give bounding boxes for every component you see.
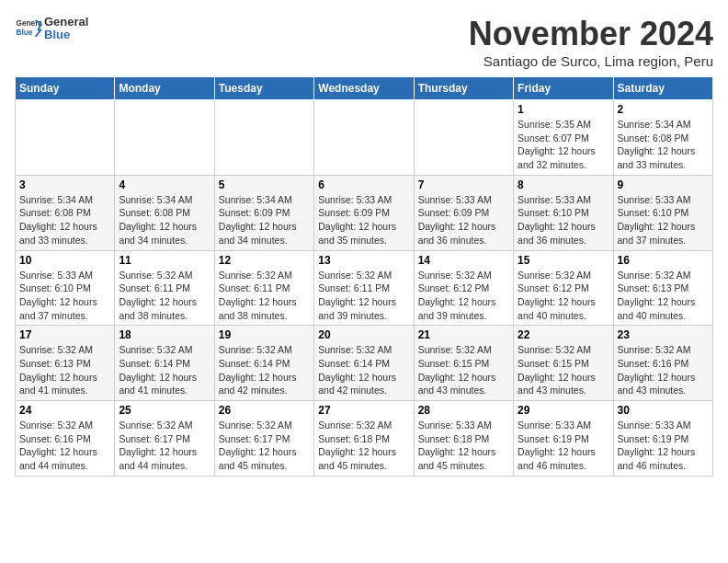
calendar-day-cell: 18Sunrise: 5:32 AM Sunset: 6:14 PM Dayli…	[115, 326, 214, 401]
calendar-day-cell: 29Sunrise: 5:33 AM Sunset: 6:19 PM Dayli…	[514, 401, 613, 477]
day-number: 22	[518, 328, 609, 341]
calendar-day-cell: 5Sunrise: 5:34 AM Sunset: 6:09 PM Daylig…	[214, 175, 313, 250]
calendar-day-cell: 1Sunrise: 5:35 AM Sunset: 6:07 PM Daylig…	[514, 100, 613, 176]
day-number: 10	[19, 254, 110, 267]
logo-blue: Blue	[44, 28, 70, 41]
day-number: 19	[219, 328, 310, 341]
calendar-day-cell: 24Sunrise: 5:32 AM Sunset: 6:16 PM Dayli…	[16, 401, 115, 477]
day-info: Sunrise: 5:34 AM Sunset: 6:08 PM Dayligh…	[119, 193, 210, 247]
day-number: 11	[119, 254, 210, 267]
day-info: Sunrise: 5:33 AM Sunset: 6:19 PM Dayligh…	[518, 419, 609, 473]
day-info: Sunrise: 5:32 AM Sunset: 6:14 PM Dayligh…	[119, 343, 210, 397]
title-block: November 2024 Santiago de Surco, Lima re…	[469, 15, 713, 69]
day-info: Sunrise: 5:32 AM Sunset: 6:11 PM Dayligh…	[219, 269, 310, 323]
day-info: Sunrise: 5:32 AM Sunset: 6:16 PM Dayligh…	[618, 343, 709, 397]
day-number: 30	[618, 404, 709, 417]
page-header: General Blue General Blue November 2024 …	[15, 15, 713, 69]
day-info: Sunrise: 5:33 AM Sunset: 6:10 PM Dayligh…	[518, 193, 609, 247]
day-info: Sunrise: 5:32 AM Sunset: 6:15 PM Dayligh…	[518, 343, 609, 397]
calendar-week-row: 17Sunrise: 5:32 AM Sunset: 6:13 PM Dayli…	[16, 326, 713, 401]
day-number: 8	[518, 178, 609, 191]
logo-general: General	[44, 15, 88, 29]
day-info: Sunrise: 5:32 AM Sunset: 6:17 PM Dayligh…	[219, 419, 310, 473]
calendar-day-cell: 23Sunrise: 5:32 AM Sunset: 6:16 PM Dayli…	[613, 326, 712, 401]
day-info: Sunrise: 5:32 AM Sunset: 6:11 PM Dayligh…	[119, 269, 210, 323]
day-info: Sunrise: 5:34 AM Sunset: 6:09 PM Dayligh…	[219, 193, 310, 247]
day-number: 26	[219, 404, 310, 417]
day-info: Sunrise: 5:33 AM Sunset: 6:18 PM Dayligh…	[418, 419, 509, 473]
calendar-day-cell: 26Sunrise: 5:32 AM Sunset: 6:17 PM Dayli…	[214, 401, 313, 477]
day-info: Sunrise: 5:32 AM Sunset: 6:13 PM Dayligh…	[19, 343, 110, 397]
calendar-week-row: 10Sunrise: 5:33 AM Sunset: 6:10 PM Dayli…	[16, 250, 713, 326]
day-info: Sunrise: 5:32 AM Sunset: 6:15 PM Dayligh…	[418, 343, 509, 397]
calendar-header-friday: Friday	[514, 77, 613, 100]
day-number: 25	[119, 404, 210, 417]
svg-text:Blue: Blue	[17, 29, 33, 37]
day-number: 18	[119, 328, 210, 341]
day-info: Sunrise: 5:33 AM Sunset: 6:19 PM Dayligh…	[618, 419, 709, 473]
calendar-day-cell: 6Sunrise: 5:33 AM Sunset: 6:09 PM Daylig…	[314, 175, 414, 250]
calendar-header-tuesday: Tuesday	[214, 77, 313, 100]
calendar-header-sunday: Sunday	[16, 77, 115, 100]
day-number: 23	[618, 328, 709, 341]
calendar-day-cell: 17Sunrise: 5:32 AM Sunset: 6:13 PM Dayli…	[16, 326, 115, 401]
calendar-day-cell: 20Sunrise: 5:32 AM Sunset: 6:14 PM Dayli…	[314, 326, 414, 401]
day-number: 29	[518, 404, 609, 417]
month-title: November 2024	[469, 15, 713, 53]
day-number: 16	[618, 254, 709, 267]
calendar-day-cell	[414, 100, 513, 176]
calendar-week-row: 3Sunrise: 5:34 AM Sunset: 6:08 PM Daylig…	[16, 175, 713, 250]
calendar-day-cell: 16Sunrise: 5:32 AM Sunset: 6:13 PM Dayli…	[613, 250, 712, 326]
calendar-week-row: 1Sunrise: 5:35 AM Sunset: 6:07 PM Daylig…	[16, 100, 713, 176]
day-info: Sunrise: 5:33 AM Sunset: 6:10 PM Dayligh…	[618, 193, 709, 247]
day-info: Sunrise: 5:33 AM Sunset: 6:09 PM Dayligh…	[418, 193, 509, 247]
day-number: 5	[219, 178, 310, 191]
calendar-day-cell: 12Sunrise: 5:32 AM Sunset: 6:11 PM Dayli…	[214, 250, 313, 326]
calendar-day-cell: 19Sunrise: 5:32 AM Sunset: 6:14 PM Dayli…	[214, 326, 313, 401]
day-number: 28	[418, 404, 509, 417]
calendar-day-cell: 10Sunrise: 5:33 AM Sunset: 6:10 PM Dayli…	[16, 250, 115, 326]
day-number: 27	[318, 404, 409, 417]
day-info: Sunrise: 5:34 AM Sunset: 6:08 PM Dayligh…	[618, 118, 709, 172]
calendar-header-thursday: Thursday	[414, 77, 513, 100]
calendar-day-cell: 4Sunrise: 5:34 AM Sunset: 6:08 PM Daylig…	[115, 175, 214, 250]
calendar-day-cell: 13Sunrise: 5:32 AM Sunset: 6:11 PM Dayli…	[314, 250, 414, 326]
calendar-day-cell	[214, 100, 313, 176]
calendar-day-cell	[115, 100, 214, 176]
subtitle: Santiago de Surco, Lima region, Peru	[469, 53, 713, 69]
calendar-day-cell: 14Sunrise: 5:32 AM Sunset: 6:12 PM Dayli…	[414, 250, 513, 326]
day-number: 13	[318, 254, 409, 267]
day-info: Sunrise: 5:32 AM Sunset: 6:17 PM Dayligh…	[119, 419, 210, 473]
calendar-day-cell: 27Sunrise: 5:32 AM Sunset: 6:18 PM Dayli…	[314, 401, 414, 477]
calendar-day-cell: 7Sunrise: 5:33 AM Sunset: 6:09 PM Daylig…	[414, 175, 513, 250]
day-number: 15	[518, 254, 609, 267]
day-number: 6	[318, 178, 409, 191]
calendar-day-cell	[16, 100, 115, 176]
calendar-day-cell	[314, 100, 414, 176]
day-number: 3	[19, 178, 110, 191]
day-info: Sunrise: 5:32 AM Sunset: 6:18 PM Dayligh…	[318, 419, 409, 473]
calendar-day-cell: 8Sunrise: 5:33 AM Sunset: 6:10 PM Daylig…	[514, 175, 613, 250]
day-number: 24	[19, 404, 110, 417]
day-info: Sunrise: 5:32 AM Sunset: 6:12 PM Dayligh…	[418, 269, 509, 323]
day-number: 4	[119, 178, 210, 191]
calendar-day-cell: 2Sunrise: 5:34 AM Sunset: 6:08 PM Daylig…	[613, 100, 712, 176]
calendar-header-monday: Monday	[115, 77, 214, 100]
day-info: Sunrise: 5:32 AM Sunset: 6:14 PM Dayligh…	[318, 343, 409, 397]
calendar-day-cell: 21Sunrise: 5:32 AM Sunset: 6:15 PM Dayli…	[414, 326, 513, 401]
day-info: Sunrise: 5:33 AM Sunset: 6:09 PM Dayligh…	[318, 193, 409, 247]
calendar-table: SundayMondayTuesdayWednesdayThursdayFrid…	[15, 76, 713, 477]
calendar-day-cell: 9Sunrise: 5:33 AM Sunset: 6:10 PM Daylig…	[613, 175, 712, 250]
day-number: 7	[418, 178, 509, 191]
day-info: Sunrise: 5:32 AM Sunset: 6:11 PM Dayligh…	[318, 269, 409, 323]
day-number: 2	[618, 103, 709, 116]
day-number: 17	[19, 328, 110, 341]
logo-icon: General Blue	[15, 15, 42, 42]
day-number: 14	[418, 254, 509, 267]
calendar-body: 1Sunrise: 5:35 AM Sunset: 6:07 PM Daylig…	[16, 100, 713, 477]
calendar-day-cell: 15Sunrise: 5:32 AM Sunset: 6:12 PM Dayli…	[514, 250, 613, 326]
logo: General Blue General Blue	[15, 15, 88, 42]
day-number: 12	[219, 254, 310, 267]
day-number: 9	[618, 178, 709, 191]
calendar-day-cell: 30Sunrise: 5:33 AM Sunset: 6:19 PM Dayli…	[613, 401, 712, 477]
